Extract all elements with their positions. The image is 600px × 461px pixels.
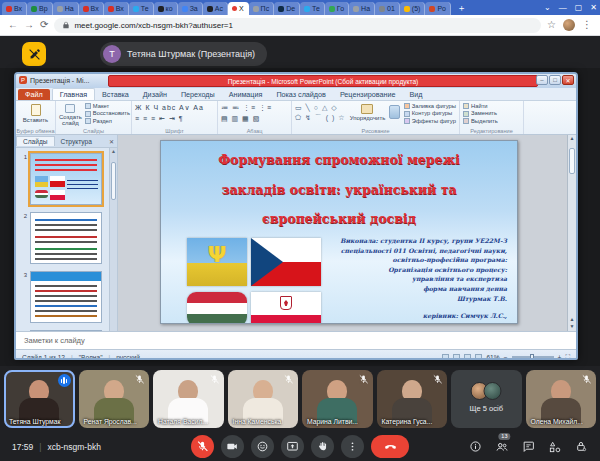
raise-hand-button[interactable] [311,435,334,458]
slide-thumbnail-1[interactable] [30,153,102,205]
star-icon[interactable]: ☆ [547,20,556,30]
ribbon-tab-animations[interactable]: Анимация [222,89,270,100]
zoom-slider[interactable] [512,356,554,358]
more-participants-tile[interactable]: Ще 5 осіб [451,370,522,428]
ribbon-tab-insert[interactable]: Вставка [95,89,136,100]
ribbon-tab-design[interactable]: Дизайн [136,89,174,100]
annotation-pen-off-button[interactable] [22,42,46,66]
ppt-minimize-button[interactable]: – [536,75,548,85]
panel-tab-outline[interactable]: Структура [55,137,98,146]
reload-icon[interactable]: ⟳ [40,20,48,30]
panel-tab-slides[interactable]: Слайды [16,136,55,146]
quick-styles-button[interactable] [389,105,399,119]
ppt-maximize-button[interactable]: □ [549,75,561,85]
meeting-details-button[interactable] [469,440,482,453]
activities-button[interactable] [548,440,562,454]
arrange-button[interactable]: Упорядочить [350,103,386,124]
participant-tile[interactable]: Катерина Гуса... [377,370,448,428]
view-normal-icon[interactable] [442,354,449,361]
browser-tab[interactable]: Го [325,2,349,15]
scroll-up-icon[interactable]: ▲ [111,148,116,154]
more-options-button[interactable] [341,435,364,458]
slide-thumbnail-3[interactable] [30,271,102,323]
shape-outline-button[interactable]: Контур фигуры [404,110,456,116]
browser-tab[interactable]: 01 [375,2,400,15]
window-close-icon[interactable]: ✕ [590,3,597,12]
zoom-in-icon[interactable]: + [558,354,562,361]
ribbon-tab-review[interactable]: Рецензирование [333,89,403,100]
window-minimize-icon[interactable]: — [559,3,567,12]
browser-tab[interactable]: ко [154,2,178,15]
browser-tab[interactable]: Вх [104,2,129,15]
slide-thumbnail-2[interactable] [30,212,102,264]
participant-tile[interactable]: Марина Литви... [302,370,373,428]
browser-tab[interactable]: Те [129,2,154,15]
shape-effects-button[interactable]: Эффекты фигур [404,118,456,124]
ribbon-tab-slideshow[interactable]: Показ слайдов [269,89,333,100]
kebab-menu-icon[interactable]: ⋮ [582,20,592,30]
next-slide-button[interactable]: ▼ [568,323,576,330]
browser-tab[interactable]: На [53,2,79,15]
list-buttons[interactable]: ≔ ≕ ⋮≡ ⋮≡ [221,103,288,114]
editor-scrollbar[interactable]: ▲ ▲ ▼ [567,135,576,331]
status-language[interactable]: русский [116,354,140,361]
browser-tab[interactable]: Вх [2,2,27,15]
back-icon[interactable]: ← [8,20,18,30]
font-buttons-row2[interactable]: ≡ ≡ ≡ ⇤ ⇥ ¶ [135,114,214,125]
slide-canvas[interactable]: Формування спроможної мережі закладів ос… [160,140,518,324]
participant-tile[interactable]: Олена Михайл... [526,370,597,428]
scrollbar-thumb[interactable] [569,148,575,174]
browser-tab[interactable]: Пс [249,2,275,15]
panel-scrollbar[interactable]: ▲ [109,148,117,331]
ribbon-tab-view[interactable]: Вид [402,89,429,100]
view-reading-icon[interactable] [464,354,471,361]
section-button[interactable]: Раздел [85,118,130,124]
previous-slide-button[interactable]: ▲ [568,316,576,323]
browser-tab[interactable]: Po [425,2,451,15]
select-button[interactable]: Выделить [463,118,520,124]
participant-tile[interactable]: Інна Каменська [228,370,299,428]
reactions-button[interactable] [251,435,274,458]
browser-tab[interactable]: Те [300,2,325,15]
new-slide-button[interactable]: Создать слайд [59,103,82,126]
participant-tile[interactable]: Ренат Ярослав... [79,370,150,428]
ribbon-tab-home[interactable]: Главная [52,88,95,100]
panel-close-icon[interactable]: ✕ [109,138,117,145]
browser-tab[interactable]: Вх [79,2,104,15]
ribbon-tab-file[interactable]: Файл [18,89,50,100]
slide-thumbnail-4[interactable] [30,330,102,331]
url-input[interactable]: meet.google.com/xcb-nsgm-bkh?authuser=1 [54,18,541,33]
browser-tab[interactable]: (5) [400,2,426,15]
forward-icon[interactable]: → [24,20,34,30]
zoom-out-icon[interactable]: − [504,354,508,361]
window-maximize-icon[interactable]: ▢ [575,3,583,12]
notes-pane[interactable]: Заметки к слайду [16,331,576,349]
leave-call-button[interactable] [371,435,409,458]
present-screen-button[interactable] [281,435,304,458]
chat-panel-button[interactable] [522,440,535,453]
view-slideshow-icon[interactable] [475,354,482,361]
shape-fill-button[interactable]: Заливка фигуры [404,103,456,109]
browser-tab[interactable]: На [349,2,375,15]
replace-button[interactable]: Заменить [463,110,520,116]
browser-tab[interactable]: Вр [27,2,53,15]
browser-tab[interactable]: За [178,2,203,15]
new-tab-button[interactable]: ＋ [451,2,472,15]
camera-toggle-button[interactable] [221,435,244,458]
scroll-up-icon[interactable]: ▲ [570,135,575,141]
people-panel-button[interactable]: 13 [495,440,509,454]
host-controls-button[interactable] [575,440,588,453]
profile-avatar[interactable] [563,19,575,31]
reset-button[interactable]: Восстановить [85,110,130,116]
zoom-slider-thumb[interactable] [530,354,534,360]
font-buttons-row1[interactable]: Ж К Ч abc A∨ Aa [135,103,214,114]
view-sorter-icon[interactable] [453,354,460,361]
fit-to-window-icon[interactable]: ⛶ [565,353,570,360]
browser-tab[interactable]: De [274,2,300,15]
paste-button[interactable]: Вставить [19,103,52,123]
mic-toggle-button[interactable] [191,435,214,458]
ppt-close-button[interactable]: ✕ [562,75,574,85]
layout-button[interactable]: Макет [85,103,130,109]
align-buttons[interactable]: ▤ ▥ ▦ ▧ [221,114,288,125]
tab-search-icon[interactable]: ⌄ [544,3,551,12]
